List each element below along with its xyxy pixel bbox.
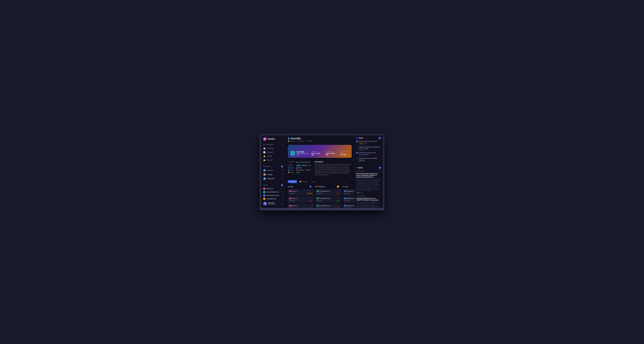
- kanban-icon: ⊞: [289, 181, 290, 182]
- sidebar-task-social[interactable]: Social Media Post 9: [261, 190, 285, 194]
- todo-item-3: Create a User Flow for Soundify User-flo…: [356, 158, 381, 162]
- todo-checkbox-2[interactable]: [356, 152, 358, 154]
- notes-title: ✏ Notes: [356, 167, 363, 169]
- task-name-dashboard: Dashboard Screen: [266, 194, 281, 196]
- tasks-add-button[interactable]: +: [281, 184, 283, 186]
- task-assignee: @ johndoe: [344, 200, 350, 201]
- note-body-1: Uncover the game-changing impact of Chat…: [356, 201, 381, 208]
- hero-left: 🎵 Soundify Music Steaming Web App: [290, 151, 311, 156]
- hero-stats: CREATED Mar 23, 10:34 PM DEADLINE Jun 02…: [311, 151, 349, 156]
- task-assignee: @ johndoe: [289, 193, 295, 194]
- task-card-footer: @ johndoe Low: [289, 207, 312, 208]
- sidebar-item-analytics[interactable]: 📊 Analytics: [261, 150, 285, 154]
- todos-add-button[interactable]: +: [379, 137, 381, 139]
- todo-tag: System: [359, 148, 364, 150]
- edit-icon[interactable]: ✏: [350, 176, 352, 177]
- column-header-done: Done + ···: [343, 185, 354, 188]
- column-header-inprogress: In Progress + ···: [315, 185, 341, 188]
- task-card-inprogress-0[interactable]: Social Media Post 1 @ johndoe High: [315, 189, 341, 195]
- detail-priority: ⭐ Priority Low: [288, 172, 312, 173]
- note-more-1[interactable]: ···: [380, 195, 381, 197]
- task-card-title: Social Media Post 1: [317, 190, 340, 192]
- task-assignee: @ johndoe: [344, 193, 350, 194]
- settings-icon[interactable]: ⚙: [282, 203, 283, 205]
- todo-tag: E-commerce: [362, 154, 370, 155]
- app-name: TaskGo: [268, 138, 275, 140]
- column-add-inprogress[interactable]: +: [337, 185, 339, 188]
- sidebar-task-mockups[interactable]: Mock-ups 3: [261, 187, 285, 190]
- note-title-0: Revolutionizing UI/UX Design: The Power …: [356, 173, 381, 178]
- note-item-1: ✏ Nov 24, 2023 ··· Crafting Compelling C…: [356, 195, 381, 208]
- column-more-open[interactable]: ···: [312, 185, 314, 188]
- project-count-inteligex: 23: [282, 174, 283, 175]
- note-more-0[interactable]: ···: [380, 170, 381, 172]
- breadcrumb-icon: 📁: [288, 140, 289, 142]
- priority-badge: Low: [296, 172, 300, 173]
- tab-calendar[interactable]: 📅 Calendar: [298, 180, 309, 183]
- task-card-title: Social Media Post 2: [317, 198, 340, 199]
- todo-item-2: Designing a E-commerce App UXE-commerce …: [356, 152, 381, 157]
- svg-point-1: [264, 204, 266, 205]
- notes-header: ✏ Notes +: [356, 167, 381, 169]
- task-name-navbar: Navigation Bar: [266, 198, 281, 200]
- sidebar-project-inteligex[interactable]: 🤖 Inteligex 23: [261, 172, 285, 176]
- kanban-column-open: Open + ··· Mock-up 1 @ johndoe Medium Mo…: [288, 185, 314, 207]
- user-area: John Doe Free Account ⚙: [261, 200, 285, 207]
- todo-title-2: Designing a E-commerce App: [359, 152, 381, 153]
- projects-section-header: PROJECTS +: [261, 165, 285, 168]
- task-assignee: @ johndoe: [289, 200, 295, 201]
- todos-list: Designing a Mobile Banking App FinanceUX…: [356, 141, 381, 162]
- more-button[interactable]: ···: [350, 137, 352, 140]
- todo-title-3: Create a User Flow for Soundify: [359, 158, 381, 159]
- sidebar-item-calendar[interactable]: 📅 Calendar: [261, 147, 285, 150]
- todo-content-0: Designing a Mobile Banking App FinanceUX…: [359, 141, 381, 145]
- task-card-open-1[interactable]: Mock-up 2 @ johndoe High: [288, 196, 314, 203]
- tab-list[interactable]: ≡ List: [310, 180, 316, 183]
- sidebar-item-activity[interactable]: 🔔 Activity: [261, 154, 285, 158]
- note-pencil-icon-1: ✏: [356, 195, 357, 197]
- sidebar-project-soundify[interactable]: 🎵 Soundify 11: [261, 168, 285, 172]
- tab-kanban[interactable]: ⊞ Kanban: [288, 180, 297, 183]
- column-add-open[interactable]: +: [310, 185, 312, 188]
- column-title-open: Open: [290, 186, 308, 187]
- todo-checkbox-0[interactable]: [356, 141, 358, 142]
- task-card-inprogress-1[interactable]: Social Media Post 2 @ johndoe Low: [315, 196, 341, 203]
- task-card-done-0[interactable]: Navigation Bar 1 @ johndoe Low: [343, 189, 354, 195]
- navbar-task-icon: [263, 198, 265, 200]
- sidebar-item-projects[interactable]: 📁 Projects: [261, 158, 285, 162]
- sidebar-task-dashboard[interactable]: Dashboard Screen 5: [261, 194, 285, 197]
- tag-music: Music: [296, 165, 301, 166]
- todo-checkbox-1[interactable]: [356, 146, 358, 148]
- sidebar-item-overview[interactable]: ⊞ Overview ▾: [261, 143, 285, 147]
- notes-add-button[interactable]: +: [379, 167, 381, 169]
- kanban-column-done: Done + ··· Navigation Bar 1 @ johndoe Lo…: [343, 185, 354, 207]
- column-more-inprogress[interactable]: ···: [340, 185, 341, 188]
- column-title-inprogress: In Progress: [317, 186, 336, 187]
- right-panel: ⊞ Todos + Designing a Mobile Banking App…: [354, 135, 383, 208]
- task-card-done-2[interactable]: Navigation Bar 3 @ johndoe Medium: [343, 204, 354, 208]
- priority-tag: Low: [308, 207, 312, 208]
- projects-icon: 📁: [263, 159, 266, 161]
- social-task-icon: [263, 191, 265, 193]
- todo-tag: Health: [364, 148, 368, 150]
- todo-title-0: Designing a Mobile Banking App: [359, 141, 381, 142]
- note-body-0: Explore how incorporating ChatGPT in UI/…: [356, 178, 381, 191]
- task-card-footer: @ johndoe Low: [344, 193, 354, 194]
- task-card-done-1[interactable]: Navigation Bar 2 @ johndoe High: [343, 196, 354, 203]
- projects-add-button[interactable]: +: [281, 166, 283, 168]
- sidebar-item-label-overview: Overview: [266, 144, 273, 146]
- task-card-inprogress-2[interactable]: Social Media Post 3 @ johndoe High: [315, 204, 341, 208]
- todo-tags-1: SystemHealth: [359, 148, 381, 150]
- project-detail: ⏱ Created At May, 15 2022 14:23 PM 🏷 Tag…: [285, 159, 354, 179]
- sidebar-item-label-analytics: Analytics: [267, 151, 274, 153]
- task-card-open-2[interactable]: Mock-up 3 @ johndoe Low: [288, 204, 314, 208]
- sidebar-task-navbar[interactable]: Navigation Bar 3: [261, 197, 285, 200]
- user-plan: Free Account: [268, 204, 280, 205]
- todo-checkbox-3[interactable]: [356, 158, 358, 160]
- task-card-open-0[interactable]: Mock-up 1 @ johndoe Medium: [288, 189, 314, 195]
- todo-date-2: Nov 27, 2020: [359, 156, 381, 157]
- sidebar-project-goweather[interactable]: 🌤 GoWeather 33: [261, 176, 285, 181]
- column-dot-inprogress: [315, 186, 316, 187]
- task-card-icon: [344, 205, 346, 206]
- todo-item-1: Designing a Heath-care System App System…: [356, 146, 381, 151]
